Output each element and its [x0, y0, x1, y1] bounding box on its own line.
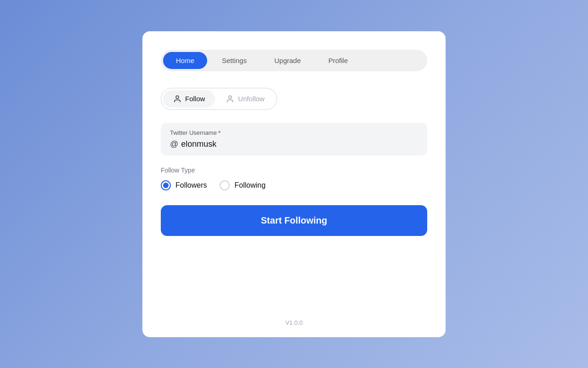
- tab-settings[interactable]: Settings: [209, 52, 260, 69]
- username-input-value: @ elonmusk: [170, 139, 418, 149]
- version-label: V1.0.0: [142, 319, 446, 326]
- svg-point-0: [176, 96, 179, 98]
- username-text: elonmusk: [181, 139, 216, 149]
- username-label: Twitter Username *: [170, 129, 418, 137]
- at-symbol: @: [170, 139, 178, 149]
- radio-following-label: Following: [234, 181, 266, 190]
- tab-profile[interactable]: Profile: [316, 52, 361, 69]
- tab-upgrade[interactable]: Upgrade: [261, 52, 314, 69]
- person-unfollow-icon: [226, 95, 234, 103]
- radio-followers-circle: [161, 180, 171, 190]
- start-following-button[interactable]: Start Following: [161, 205, 427, 236]
- person-follow-icon: [173, 95, 181, 103]
- follow-type-label: Follow Type: [161, 167, 427, 174]
- tab-home[interactable]: Home: [163, 52, 207, 69]
- required-star: *: [218, 129, 220, 137]
- nav-tabs: Home Settings Upgrade Profile: [161, 50, 427, 71]
- main-card: Home Settings Upgrade Profile Follow Unf…: [142, 31, 446, 337]
- radio-followers[interactable]: Followers: [161, 180, 207, 190]
- radio-followers-dot: [163, 183, 169, 188]
- radio-following-circle: [220, 180, 230, 190]
- svg-point-1: [229, 96, 232, 98]
- radio-followers-label: Followers: [175, 181, 207, 190]
- follow-toggle-button[interactable]: Follow: [163, 90, 215, 108]
- follow-type-radio-group: Followers Following: [161, 180, 427, 190]
- unfollow-toggle-button[interactable]: Unfollow: [216, 90, 275, 108]
- username-input-container[interactable]: Twitter Username * @ elonmusk: [161, 123, 427, 155]
- radio-following[interactable]: Following: [220, 180, 266, 190]
- follow-toggle-group: Follow Unfollow: [161, 88, 277, 110]
- follow-toggle-label: Follow: [185, 95, 205, 103]
- unfollow-toggle-label: Unfollow: [238, 95, 265, 103]
